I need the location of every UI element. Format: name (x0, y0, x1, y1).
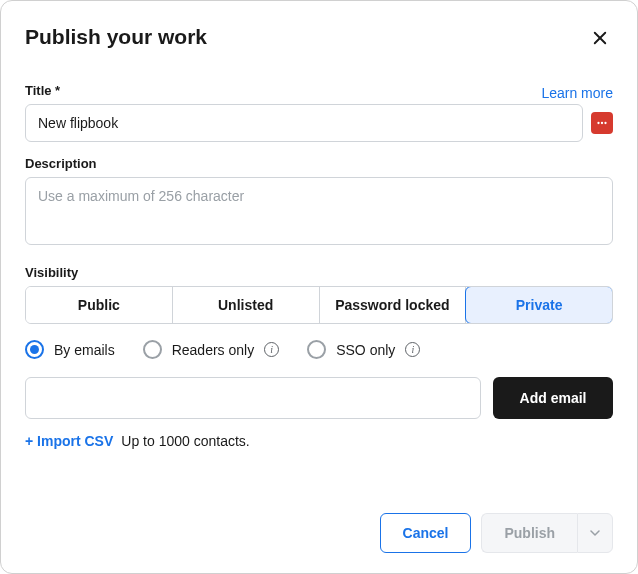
visibility-option-password[interactable]: Password locked (320, 287, 467, 323)
title-input[interactable] (25, 104, 583, 142)
import-csv-link[interactable]: + Import CSV (25, 433, 113, 449)
visibility-segmented: Public Unlisted Password locked Private (25, 286, 613, 324)
ellipsis-icon (595, 116, 609, 130)
svg-point-5 (604, 122, 606, 124)
info-icon[interactable]: i (405, 342, 420, 357)
modal-header: Publish your work (25, 25, 613, 51)
publish-button[interactable]: Publish (481, 513, 577, 553)
publish-modal: Publish your work Learn more Title * Des… (0, 0, 638, 574)
modal-footer: Cancel Publish (380, 513, 613, 553)
svg-point-4 (601, 122, 603, 124)
visibility-option-public[interactable]: Public (26, 287, 173, 323)
close-icon (591, 29, 609, 47)
private-mode-radios: By emails Readers only i SSO only i (25, 340, 613, 359)
publish-caret-button[interactable] (577, 513, 613, 553)
svg-point-3 (597, 122, 599, 124)
info-icon[interactable]: i (264, 342, 279, 357)
description-label: Description (25, 156, 613, 171)
visibility-option-unlisted[interactable]: Unlisted (173, 287, 320, 323)
add-email-button[interactable]: Add email (493, 377, 613, 419)
radio-label: Readers only (172, 342, 255, 358)
visibility-option-private[interactable]: Private (465, 286, 613, 324)
modal-title: Publish your work (25, 25, 207, 49)
radio-label: SSO only (336, 342, 395, 358)
contacts-note: Up to 1000 contacts. (121, 433, 249, 449)
publish-button-group: Publish (481, 513, 613, 553)
cancel-button[interactable]: Cancel (380, 513, 472, 553)
radio-icon (307, 340, 326, 359)
radio-icon (143, 340, 162, 359)
chevron-down-icon (590, 530, 600, 536)
email-input[interactable] (25, 377, 481, 419)
radio-readers-only[interactable]: Readers only i (143, 340, 280, 359)
description-input[interactable] (25, 177, 613, 245)
title-options-badge[interactable] (591, 112, 613, 134)
visibility-label: Visibility (25, 265, 613, 280)
radio-sso-only[interactable]: SSO only i (307, 340, 420, 359)
radio-by-emails[interactable]: By emails (25, 340, 115, 359)
title-label: Title * (25, 83, 613, 98)
radio-label: By emails (54, 342, 115, 358)
learn-more-link[interactable]: Learn more (541, 85, 613, 101)
close-button[interactable] (587, 25, 613, 51)
radio-icon (25, 340, 44, 359)
